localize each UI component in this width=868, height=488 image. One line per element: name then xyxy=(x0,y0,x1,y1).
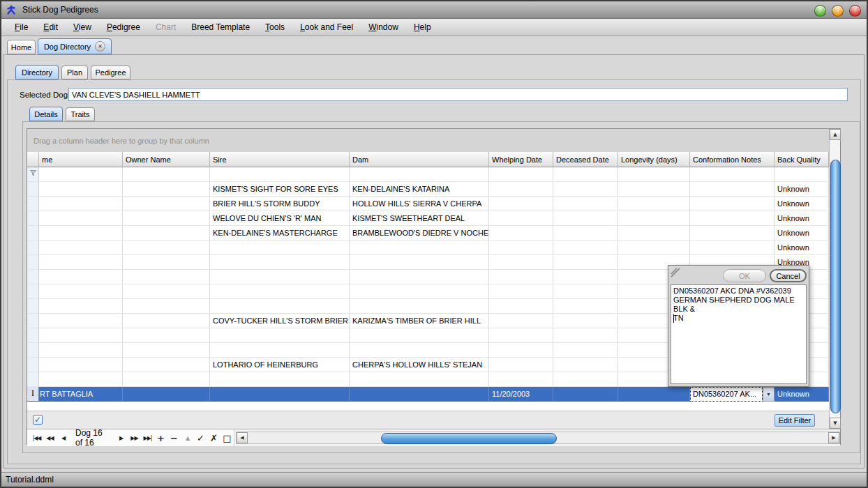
table-row[interactable]: KISMET'S SIGHT FOR SORE EYESKEN-DELAINE'… xyxy=(27,182,829,197)
cell-conformation-notes[interactable] xyxy=(690,197,775,211)
cell-whelping-date[interactable] xyxy=(489,372,553,386)
cell-sire[interactable] xyxy=(210,241,350,254)
cell-whelping-date[interactable] xyxy=(489,255,553,269)
cell-dam[interactable]: HOLLOW HILLS' SIERRA V CHERPA xyxy=(350,197,489,211)
cell-dam[interactable] xyxy=(350,255,489,269)
refresh-button[interactable]: □ xyxy=(220,432,234,444)
cell-owner[interactable] xyxy=(123,284,210,298)
cell-owner[interactable] xyxy=(123,387,210,401)
cell-longevity[interactable] xyxy=(618,182,690,196)
cell-whelping-date[interactable]: 11/20/2003 xyxy=(489,387,553,401)
cell-deceased-date[interactable] xyxy=(553,284,618,298)
cell-whelping-date[interactable] xyxy=(489,328,553,342)
cell-longevity[interactable] xyxy=(618,241,690,254)
cell-name[interactable] xyxy=(39,314,123,328)
cell-name[interactable] xyxy=(39,372,123,386)
cell-sire[interactable] xyxy=(210,284,350,298)
conformation-notes-editor[interactable]: DN05360207 AK... ▼ xyxy=(690,387,775,402)
cell-owner[interactable] xyxy=(123,372,210,386)
cell-sire[interactable] xyxy=(210,328,350,342)
cell-name[interactable] xyxy=(39,197,123,211)
cell-dam[interactable] xyxy=(350,284,489,298)
cell-name[interactable] xyxy=(39,211,123,225)
menu-file[interactable]: File xyxy=(7,20,36,35)
prior-record-button[interactable]: ◀ xyxy=(57,432,70,444)
cell-sire[interactable]: KISMET'S SIGHT FOR SORE EYES xyxy=(210,182,350,196)
cell-whelping-date[interactable] xyxy=(489,197,553,211)
cell-sire[interactable]: LOTHARIO OF HEINERBURG xyxy=(210,358,350,372)
selected-table-row[interactable]: I RT BATTAGLIA 11/20/2003 DN05360207 AK.… xyxy=(27,387,829,402)
cell-owner[interactable] xyxy=(123,299,210,313)
horizontal-scrollbar[interactable]: ◀ ▶ xyxy=(236,432,840,444)
cell-deceased-date[interactable] xyxy=(553,255,618,269)
cell-dam[interactable] xyxy=(350,387,489,401)
menu-breed-template[interactable]: Breed Template xyxy=(184,20,257,35)
tab-plan[interactable]: Plan xyxy=(61,66,88,79)
cell-deceased-date[interactable] xyxy=(553,372,618,386)
header-longevity[interactable]: Longevity (days) xyxy=(618,152,690,167)
next-page-button[interactable]: ▶▶ xyxy=(128,432,141,444)
header-owner-name[interactable]: Owner Name xyxy=(123,152,210,167)
cell-deceased-date[interactable] xyxy=(553,299,618,313)
cell-whelping-date[interactable] xyxy=(489,241,553,254)
cell-owner[interactable] xyxy=(123,211,210,225)
cell-owner[interactable] xyxy=(123,241,210,254)
filter-cell[interactable] xyxy=(775,167,829,181)
memo-textarea[interactable]: DN05360207 AKC DNA #V362039 GERMAN SHEPH… xyxy=(671,284,807,384)
cell-whelping-date[interactable] xyxy=(489,211,553,225)
cell-whelping-date[interactable] xyxy=(489,182,553,196)
cell-owner[interactable] xyxy=(123,314,210,328)
insert-record-button[interactable]: + xyxy=(154,432,167,444)
cell-owner[interactable] xyxy=(123,328,210,342)
cell-whelping-date[interactable] xyxy=(489,226,553,240)
close-tab-icon[interactable]: ✕ xyxy=(95,41,105,52)
cell-owner[interactable] xyxy=(123,255,210,269)
cell-owner[interactable] xyxy=(123,226,210,240)
cell-dam[interactable]: KEN-DELAINE'S KATARINA xyxy=(350,182,489,196)
cell-owner[interactable] xyxy=(123,358,210,372)
cell-dam[interactable]: BRAMBLEWOOD'S DIEDRE V NOCHEE II xyxy=(350,226,489,240)
cell-owner[interactable] xyxy=(123,270,210,284)
cell-longevity[interactable] xyxy=(618,387,690,401)
cell-name[interactable] xyxy=(39,182,123,196)
filter-cell[interactable] xyxy=(690,167,775,181)
tab-traits[interactable]: Traits xyxy=(66,107,95,121)
cell-name[interactable] xyxy=(39,299,123,313)
cell-deceased-date[interactable] xyxy=(553,270,618,284)
cell-whelping-date[interactable] xyxy=(489,343,553,357)
group-by-bar[interactable]: Drag a column header here to group by th… xyxy=(27,129,840,153)
cell-deceased-date[interactable] xyxy=(553,182,618,196)
scroll-up-icon[interactable]: ▲ xyxy=(830,129,841,140)
vertical-scrollbar[interactable]: ▲ ▼ xyxy=(829,129,840,429)
cell-longevity[interactable] xyxy=(618,197,690,211)
header-whelping-date[interactable]: Whelping Date xyxy=(489,152,553,167)
cell-conformation-notes[interactable] xyxy=(690,226,775,240)
scroll-left-icon[interactable]: ◀ xyxy=(237,432,248,443)
header-conformation-notes[interactable]: Conformation Notes xyxy=(690,152,775,167)
cell-dam[interactable] xyxy=(350,372,489,386)
cell-deceased-date[interactable] xyxy=(553,387,618,401)
cell-deceased-date[interactable] xyxy=(553,314,618,328)
cell-name[interactable] xyxy=(39,358,123,372)
cell-back-quality[interactable]: Unknown xyxy=(775,241,829,254)
cell-name[interactable] xyxy=(39,255,123,269)
cell-name[interactable] xyxy=(39,226,123,240)
cell-whelping-date[interactable] xyxy=(489,314,553,328)
cell-deceased-date[interactable] xyxy=(553,343,618,357)
close-window-button[interactable] xyxy=(849,5,861,17)
conformation-notes-value[interactable]: DN05360207 AK... xyxy=(690,387,763,402)
cell-owner[interactable] xyxy=(123,197,210,211)
selected-dog-field[interactable]: VAN CLEVE'S DASHIELL HAMMETT xyxy=(68,88,848,101)
cell-deceased-date[interactable] xyxy=(553,358,618,372)
maximize-button[interactable] xyxy=(832,5,844,17)
cell-name[interactable] xyxy=(39,270,123,284)
filter-cell[interactable] xyxy=(489,167,553,181)
cell-dam[interactable] xyxy=(350,343,489,357)
filter-cell[interactable] xyxy=(210,167,350,181)
table-row[interactable]: Unknown xyxy=(27,241,829,255)
cell-name[interactable] xyxy=(39,241,123,254)
post-edit-button[interactable]: ✓ xyxy=(194,432,207,444)
cell-back-quality[interactable]: Unknown xyxy=(775,387,829,401)
cell-name[interactable] xyxy=(39,284,123,298)
table-row[interactable]: WELOVE DU CHIEN'S 'R' MANKISMET'S SWEETH… xyxy=(27,211,829,226)
